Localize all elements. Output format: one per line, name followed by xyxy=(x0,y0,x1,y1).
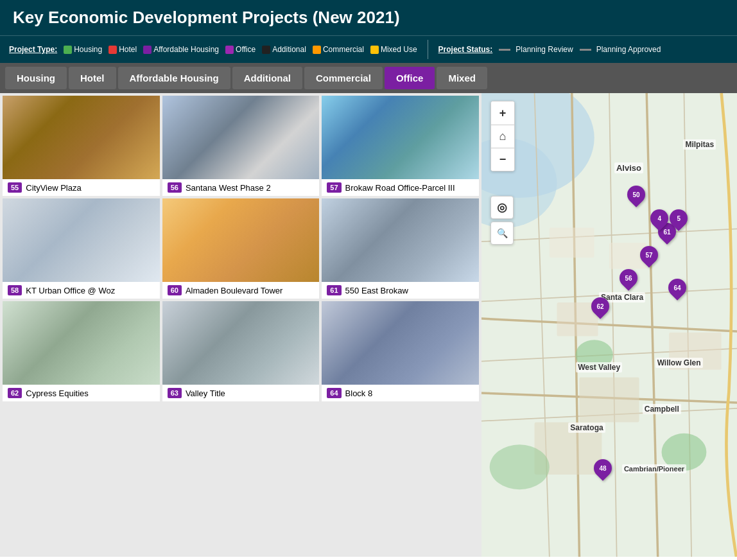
affordable-dot xyxy=(143,46,152,54)
card-label-62: 62 Cypress Equities xyxy=(3,385,160,401)
map-pin-64-label: 64 xyxy=(673,284,681,291)
card-name-56: Santana West Phase 2 xyxy=(186,183,271,193)
main-content: 55 CityView Plaza 56 Santana West Phase … xyxy=(0,93,737,557)
card-num-63: 63 xyxy=(168,388,182,398)
card-image-60 xyxy=(162,198,320,282)
hotel-dot xyxy=(108,46,117,54)
office-dot xyxy=(225,46,234,54)
home-button[interactable]: ⌂ xyxy=(491,125,514,148)
card-64[interactable]: 64 Block 8 xyxy=(322,301,479,401)
legend-hotel: Hotel xyxy=(108,45,137,54)
planning-approved-line xyxy=(580,49,591,51)
card-num-62: 62 xyxy=(8,388,22,398)
card-image-55 xyxy=(3,96,160,179)
map-label-saratoga: Saratoga xyxy=(568,423,605,433)
planning-approved-item: Planning Approved xyxy=(580,45,661,54)
card-name-62: Cypress Equities xyxy=(26,389,89,398)
card-num-57: 57 xyxy=(327,182,341,193)
map-pin-cluster-a[interactable]: 4 xyxy=(646,206,672,231)
map-pin-48-label: 48 xyxy=(600,465,607,472)
card-55[interactable]: 55 CityView Plaza xyxy=(3,96,160,196)
legend-affordable: Affordable Housing xyxy=(143,45,219,54)
filter-tabs: Housing Hotel Affordable Housing Additio… xyxy=(0,63,737,93)
card-62[interactable]: 62 Cypress Equities xyxy=(3,301,160,401)
zoom-in-button[interactable]: + xyxy=(491,101,514,125)
tab-office[interactable]: Office xyxy=(385,67,435,89)
legend-housing-label: Housing xyxy=(74,45,102,54)
card-label-60: 60 Almaden Boulevard Tower xyxy=(162,282,320,299)
cards-grid: 55 CityView Plaza 56 Santana West Phase … xyxy=(3,96,479,401)
commercial-dot xyxy=(313,46,321,54)
tab-hotel[interactable]: Hotel xyxy=(69,67,116,89)
legend-additional-label: Additional xyxy=(272,45,306,54)
card-num-60: 60 xyxy=(168,285,182,295)
card-name-57: Brokaw Road Office-Parcel III xyxy=(345,183,455,193)
map-pin-56-label: 56 xyxy=(625,275,632,282)
card-58[interactable]: 58 KT Urban Office @ Woz xyxy=(3,198,160,299)
map-label-alviso: Alviso xyxy=(614,162,643,173)
svg-rect-18 xyxy=(579,378,639,423)
map-svg xyxy=(481,93,737,557)
card-label-55: 55 CityView Plaza xyxy=(3,179,160,196)
card-60[interactable]: 60 Almaden Boulevard Tower xyxy=(162,198,320,299)
card-image-63 xyxy=(162,301,320,385)
card-61[interactable]: 61 550 East Brokaw xyxy=(322,198,479,299)
pin-cluster: 4 5 xyxy=(650,209,688,227)
map-pin-cluster-a-label: 4 xyxy=(657,214,661,222)
map-pin-57-label: 57 xyxy=(645,252,652,259)
planning-review-item: Planning Review xyxy=(499,45,573,54)
additional-dot xyxy=(262,46,270,54)
map-label-milpitas: Milpitas xyxy=(683,139,716,150)
card-name-63: Valley Title xyxy=(186,389,225,398)
card-name-64: Block 8 xyxy=(345,389,373,398)
card-label-63: 63 Valley Title xyxy=(162,385,320,401)
planning-approved-label: Planning Approved xyxy=(596,45,661,54)
legend-divider xyxy=(428,40,428,59)
map-label-willow-glen: Willow Glen xyxy=(655,358,703,368)
map-pin-cluster-b[interactable]: 5 xyxy=(666,206,691,231)
card-image-62 xyxy=(3,301,160,385)
locate-button[interactable]: ◎ xyxy=(490,196,514,219)
legend-commercial-label: Commercial xyxy=(323,45,364,54)
map-controls-lower: ◎ 🔍 xyxy=(490,196,514,245)
card-label-56: 56 Santana West Phase 2 xyxy=(162,179,320,196)
mixed-dot xyxy=(370,46,379,54)
page-title: Key Economic Development Projects (New 2… xyxy=(13,8,400,27)
grid-panel[interactable]: 55 CityView Plaza 56 Santana West Phase … xyxy=(0,93,481,557)
map-pin-61-label: 61 xyxy=(663,229,670,236)
card-image-58 xyxy=(3,198,160,282)
map-controls-zoom: + ⌂ − xyxy=(490,101,515,171)
svg-rect-14 xyxy=(550,228,594,258)
tab-commercial[interactable]: Commercial xyxy=(304,67,383,89)
card-label-61: 61 550 East Brokaw xyxy=(322,282,479,299)
page-header: Key Economic Development Projects (New 2… xyxy=(0,0,737,35)
tab-mixed[interactable]: Mixed xyxy=(437,67,487,89)
planning-review-line xyxy=(499,49,510,51)
zoom-btn-group: + ⌂ − xyxy=(490,101,515,171)
card-label-57: 57 Brokaw Road Office-Parcel III xyxy=(322,179,479,196)
tab-additional[interactable]: Additional xyxy=(232,67,302,89)
map-pin-62-label: 62 xyxy=(597,302,604,310)
zoom-out-button[interactable]: − xyxy=(491,148,514,171)
card-num-61: 61 xyxy=(327,285,341,295)
housing-dot xyxy=(64,46,72,54)
card-name-61: 550 East Brokaw xyxy=(345,286,408,295)
search-button[interactable]: 🔍 xyxy=(490,222,514,245)
card-image-64 xyxy=(322,301,479,385)
project-status-label: Project Status: xyxy=(438,45,493,54)
card-name-55: CityView Plaza xyxy=(26,183,81,193)
card-56[interactable]: 56 Santana West Phase 2 xyxy=(162,96,320,196)
card-label-64: 64 Block 8 xyxy=(322,385,479,401)
map-label-campbell: Campbell xyxy=(643,404,681,414)
legend-mixed-label: Mixed Use xyxy=(381,45,417,54)
card-63[interactable]: 63 Valley Title xyxy=(162,301,320,401)
legend-office-label: Office xyxy=(236,45,256,54)
card-image-56 xyxy=(162,96,320,179)
tab-housing[interactable]: Housing xyxy=(5,67,67,89)
legend-additional: Additional xyxy=(262,45,306,54)
tab-affordable-housing[interactable]: Affordable Housing xyxy=(118,67,230,89)
map-panel: + ⌂ − ◎ 🔍 Alviso Milpitas Santa Clara We… xyxy=(481,93,737,557)
card-num-55: 55 xyxy=(8,182,22,193)
card-label-58: 58 KT Urban Office @ Woz xyxy=(3,282,160,299)
card-57[interactable]: 57 Brokaw Road Office-Parcel III xyxy=(322,96,479,196)
